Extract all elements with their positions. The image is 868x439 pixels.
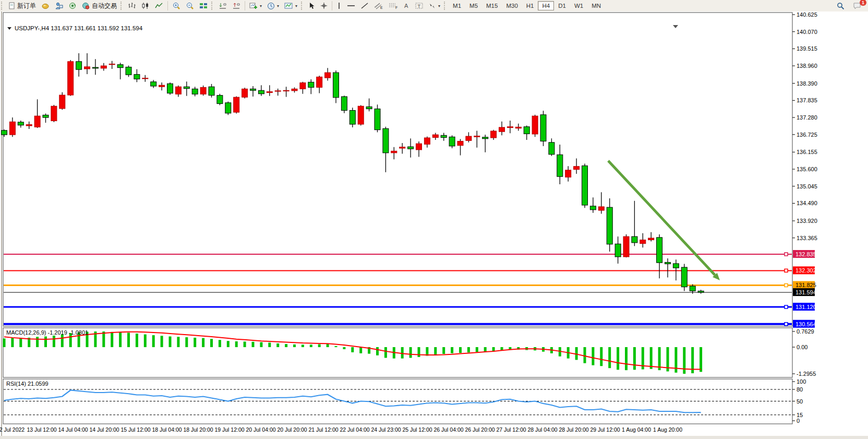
macd-bar — [310, 345, 312, 347]
timeframe-m30[interactable]: M30 — [502, 1, 522, 10]
timeframe-m5[interactable]: M5 — [465, 1, 482, 10]
candle — [151, 82, 156, 86]
signals-button[interactable] — [66, 1, 79, 10]
macd-bar — [434, 347, 437, 355]
price-tick-label: 137.835 — [797, 97, 817, 103]
candle — [673, 264, 679, 268]
arrows-button[interactable]: ▾ — [426, 1, 443, 10]
macd-scale-label: 0.00 — [797, 344, 807, 350]
candle — [308, 82, 314, 87]
price-tick-label: 140.625 — [797, 11, 817, 18]
indicator-window-icon — [219, 2, 227, 9]
candle — [192, 89, 198, 94]
candle — [126, 67, 131, 75]
macd-bar — [194, 338, 196, 347]
macd-bar — [617, 347, 619, 370]
candle — [698, 291, 704, 292]
toolbar-grip[interactable] — [301, 2, 305, 10]
candle — [26, 125, 32, 126]
zoom-out-button[interactable] — [183, 1, 197, 10]
candle — [184, 87, 189, 89]
macd-bar — [700, 347, 702, 372]
price-tick-label: 133.920 — [797, 218, 817, 224]
add-indicator-button[interactable]: ▾ — [247, 1, 264, 10]
macd-bar — [327, 344, 329, 347]
candle — [690, 286, 695, 291]
candle — [598, 207, 604, 210]
period-button[interactable]: ▾ — [264, 1, 282, 10]
price-tick-label: 134.490 — [797, 200, 817, 206]
timeframe-m15[interactable]: M15 — [482, 1, 502, 10]
toolbar-grip[interactable] — [120, 2, 124, 10]
candle — [250, 89, 256, 90]
terminal-button[interactable] — [52, 1, 66, 10]
new-order-button[interactable]: 新订单 — [6, 1, 39, 10]
price-line-anchor[interactable] — [785, 305, 788, 309]
candle — [648, 238, 654, 240]
template-button[interactable]: ▾ — [282, 1, 300, 10]
candle — [341, 97, 347, 111]
bar-chart-button[interactable] — [125, 1, 139, 10]
equidistant-channel-button[interactable]: E — [371, 1, 386, 10]
time-axis-label: 18 Jul 04:00 — [152, 426, 182, 433]
candle — [590, 206, 596, 210]
search-button[interactable] — [834, 1, 847, 10]
timeframe-h1[interactable]: H1 — [522, 1, 538, 10]
toolbar-grip[interactable] — [444, 2, 448, 10]
candle — [209, 87, 214, 95]
macd-bar — [467, 347, 470, 352]
horizontal-line-button[interactable] — [344, 1, 358, 10]
line-chart-button[interactable] — [152, 1, 166, 10]
toolbar-grip[interactable] — [1, 2, 5, 10]
candle — [640, 240, 646, 244]
price-line-anchor[interactable] — [785, 283, 788, 287]
crosshair-button[interactable] — [318, 1, 330, 10]
timeframe-w1[interactable]: W1 — [570, 1, 587, 10]
candle — [432, 135, 438, 137]
indicator-attach-button[interactable] — [230, 1, 243, 10]
template-chart-icon — [284, 2, 293, 9]
candle — [267, 92, 272, 93]
candle — [242, 89, 248, 97]
cursor-icon — [308, 2, 315, 9]
text-button[interactable]: A — [401, 1, 413, 10]
price-pane[interactable] — [3, 13, 792, 326]
price-line-anchor[interactable] — [785, 323, 788, 326]
market-watch-button[interactable] — [39, 1, 52, 10]
indicator-window-button[interactable] — [216, 1, 230, 10]
equidistant-channel-icon: E — [374, 2, 383, 9]
candle — [400, 147, 405, 148]
macd-bar — [36, 337, 39, 347]
price-tick-label: 139.515 — [797, 45, 817, 52]
zoom-in-button[interactable] — [170, 1, 183, 10]
macd-bar — [11, 338, 14, 347]
candle — [441, 135, 447, 137]
auto-trading-button[interactable]: 自动交易 — [79, 1, 119, 10]
notifications-button[interactable]: 1 — [850, 1, 864, 10]
text-label-button[interactable]: T — [413, 1, 426, 10]
chart-canvas[interactable]: 140.625140.070139.515138.960138.390137.8… — [0, 11, 868, 439]
timeframe-mn[interactable]: MN — [587, 1, 605, 10]
cursor-button[interactable] — [306, 1, 318, 10]
price-line-anchor[interactable] — [785, 269, 788, 272]
rsi-title: RSI(14) 21.0599 — [6, 381, 49, 387]
price-tick-label: 140.070 — [797, 29, 817, 35]
timeframe-m1[interactable]: M1 — [449, 1, 465, 10]
timeframe-d1[interactable]: D1 — [554, 1, 570, 10]
tile-windows-button[interactable] — [197, 1, 210, 10]
time-axis-label: 18 Jul 20:00 — [183, 426, 213, 433]
candle — [416, 144, 422, 150]
candle — [483, 137, 488, 139]
candle — [2, 130, 7, 135]
price-line-anchor[interactable] — [785, 253, 788, 256]
fibonacci-button[interactable]: F — [386, 1, 401, 10]
timeframe-h4[interactable]: H4 — [538, 1, 554, 10]
trendline-button[interactable] — [358, 1, 371, 10]
candlestick-chart-button[interactable] — [139, 1, 152, 10]
toolbar-grip[interactable] — [211, 2, 215, 10]
macd-bar — [625, 347, 628, 370]
macd-bar — [202, 338, 204, 347]
candle — [524, 127, 529, 134]
vertical-line-button[interactable] — [334, 1, 344, 10]
macd-bar — [476, 347, 478, 352]
